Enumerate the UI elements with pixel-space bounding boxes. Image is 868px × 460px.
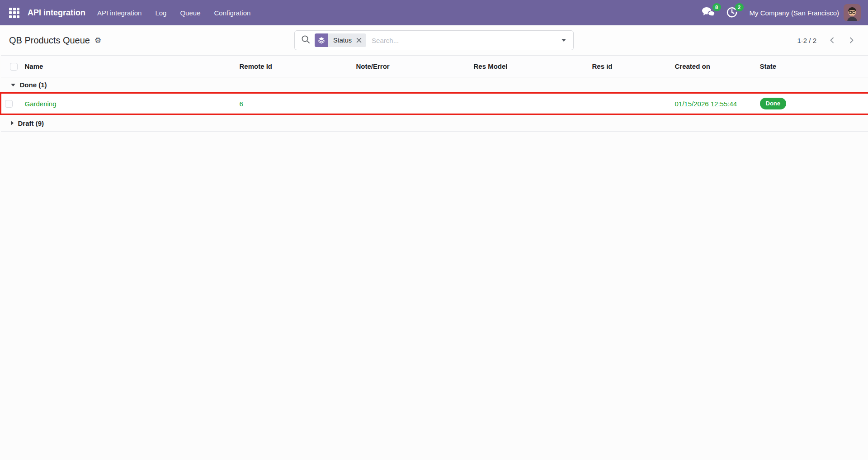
facet-remove-icon[interactable] [356,38,366,43]
apps-menu-button[interactable] [5,4,24,22]
queue-list-view: Name Remote Id Note/Error Res Model Res … [0,55,868,132]
group-label: Draft (9) [18,119,44,127]
column-header-name[interactable]: Name [21,56,236,77]
table-header-row: Name Remote Id Note/Error Res Model Res … [1,56,868,77]
top-navbar: API integration API integration Log Queu… [0,0,868,25]
pager-next-button[interactable] [844,34,859,46]
state-badge: Done [760,98,787,109]
triangle-down-icon [11,84,15,86]
facet-label: Status [328,37,356,44]
column-header-state[interactable]: State [756,56,868,77]
page-title: QB Products Queue [9,35,90,46]
pager-range[interactable]: 1-2 / 2 [797,37,816,44]
column-header-created-on[interactable]: Created on [671,56,756,77]
nav-item-api-integration[interactable]: API integration [92,5,147,21]
cell-res-id [589,93,671,114]
chevron-left-icon [828,36,836,44]
gear-icon[interactable]: ⚙ [94,37,101,44]
select-all-checkbox[interactable] [10,63,18,71]
column-header-remote-id[interactable]: Remote Id [236,56,353,77]
table-row-gardening[interactable]: Gardening 6 01/15/2026 12:55:44 Done [1,93,868,114]
company-name: My Company (San Francisco) [750,9,839,17]
activities-badge: 2 [735,3,744,11]
filter-facet-status: Status [315,33,366,47]
chevron-right-icon [847,36,855,44]
chevron-down-icon [561,39,566,42]
search-bar[interactable]: Status [294,30,574,50]
nav-item-configration[interactable]: Configration [209,5,256,21]
main-menu: API integration Log Queue Configration [92,5,256,21]
nav-item-log[interactable]: Log [150,5,172,21]
group-row-draft[interactable]: Draft (9) [1,114,868,132]
nav-item-queue[interactable]: Queue [175,5,206,21]
pager-previous-button[interactable] [825,34,840,46]
cell-remote-id: 6 [236,93,353,114]
control-panel: QB Products Queue ⚙ Status [0,25,868,55]
cell-created-on: 01/15/2026 12:55:44 [671,93,756,114]
group-label: Done (1) [20,81,47,89]
messages-badge: 8 [712,3,721,11]
cell-note-error [353,93,470,114]
row-checkbox[interactable] [5,100,13,108]
app-name[interactable]: API integration [28,8,85,18]
group-by-layers-icon [315,33,328,47]
triangle-right-icon [11,121,14,125]
user-avatar [844,4,861,21]
cell-state: Done [756,93,868,114]
messages-button[interactable]: 8 [696,0,721,25]
cell-res-model [470,93,589,114]
column-header-note-error[interactable]: Note/Error [353,56,470,77]
search-input[interactable] [371,36,552,45]
cell-name: Gardening [21,93,236,114]
column-header-res-model[interactable]: Res Model [470,56,589,77]
column-header-res-id[interactable]: Res id [589,56,671,77]
navbar-systray: 8 2 My Company (San Francisco) [696,0,861,25]
activities-button[interactable]: 2 [721,0,743,25]
group-row-done[interactable]: Done (1) [1,77,868,93]
search-options-button[interactable] [557,36,567,44]
apps-grid-icon [9,8,19,18]
pager: 1-2 / 2 [574,34,859,46]
user-menu[interactable]: My Company (San Francisco) [750,4,861,21]
search-icon [301,35,310,46]
